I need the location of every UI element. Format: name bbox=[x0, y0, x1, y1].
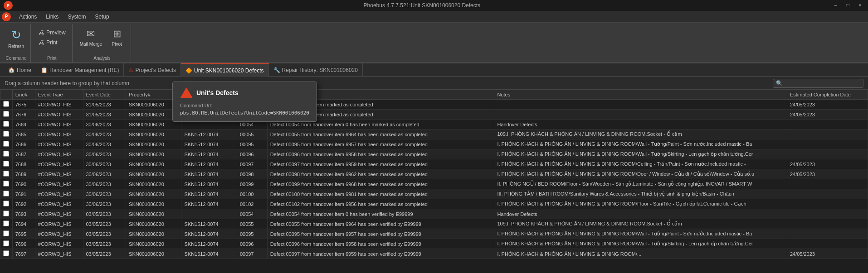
row-est-date bbox=[787, 229, 868, 239]
row-event-date: 03/05/2023 bbox=[83, 249, 126, 259]
row-checkbox[interactable] bbox=[0, 110, 13, 120]
row-code: 00102 bbox=[237, 199, 267, 209]
refresh-button[interactable]: ↻ Refresh bbox=[5, 26, 27, 51]
row-notes: I. PHÒNG KHÁCH & PHÒNG ĂN / LINVING & DI… bbox=[494, 159, 787, 169]
row-notes: I. PHÒNG KHÁCH & PHÒNG ĂN / LINVING & DI… bbox=[494, 169, 787, 179]
search-input[interactable] bbox=[785, 81, 857, 86]
breadcrumb-repair-history[interactable]: 🔧 Repair History: SKN001006020 bbox=[269, 63, 363, 77]
row-code: 00096 bbox=[237, 239, 267, 249]
breadcrumb-unit-defects[interactable]: 🔶 Unit SKN001006020 Defects bbox=[181, 63, 268, 77]
ribbon-group-analysis: ✉ Mail Merge ⊞ Pivot Analysis bbox=[73, 24, 131, 62]
row-property: SKN001006020 bbox=[126, 159, 181, 169]
breadcrumb-projects-defects[interactable]: ⚠ Project's Defects bbox=[124, 63, 181, 77]
table-row[interactable]: 7685 #CORWO_HIS 30/06/2023 SKN001006020 … bbox=[0, 129, 868, 139]
row-event-date: 30/06/2023 bbox=[83, 179, 126, 189]
row-event-date: 30/06/2023 bbox=[83, 129, 126, 139]
row-checkbox[interactable] bbox=[0, 179, 13, 189]
row-checkbox[interactable] bbox=[0, 169, 13, 179]
row-checkbox[interactable] bbox=[0, 239, 13, 249]
breadcrumb-bar: 🏠 Home 📋 Handover Management (RE) ⚠ Proj… bbox=[0, 63, 868, 77]
table-row[interactable]: 7694 #CORWO_HIS 03/05/2023 SKN001006020 … bbox=[0, 219, 868, 229]
row-event-type: #CORWO_HIS bbox=[35, 139, 83, 149]
main-content: Drag a column header here to group by th… bbox=[0, 77, 868, 273]
row-description: Defect 00100 from handover item 6981 has… bbox=[267, 189, 494, 199]
close-button[interactable]: × bbox=[856, 2, 864, 9]
ribbon-analysis-buttons: ✉ Mail Merge ⊞ Pivot bbox=[77, 24, 127, 54]
breadcrumb-home[interactable]: 🏠 Home bbox=[4, 63, 36, 77]
row-checkbox[interactable] bbox=[0, 129, 13, 139]
maximize-button[interactable]: □ bbox=[844, 2, 852, 9]
breadcrumb-repair-label: Repair History: SKN001006020 bbox=[282, 67, 358, 73]
table-row[interactable]: 7676 #CORWO_HIS 31/05/2023 SKN001006020 … bbox=[0, 110, 868, 120]
row-property: SKN001006020 bbox=[126, 179, 181, 189]
pivot-button[interactable]: ⊞ Pivot bbox=[107, 26, 127, 48]
row-checkbox[interactable] bbox=[0, 100, 13, 110]
preview-button[interactable]: 🖨 Preview bbox=[35, 28, 68, 37]
row-checkbox[interactable] bbox=[0, 120, 13, 129]
mail-merge-icon: ✉ bbox=[87, 28, 95, 40]
row-checkbox[interactable] bbox=[0, 249, 13, 259]
row-line: 7696 bbox=[12, 239, 35, 249]
row-checkbox[interactable] bbox=[0, 209, 13, 219]
refresh-label: Refresh bbox=[8, 44, 24, 49]
ribbon-group-command: ↻ Refresh Command bbox=[2, 24, 31, 62]
row-est-date bbox=[787, 219, 868, 229]
row-checkbox[interactable] bbox=[0, 149, 13, 159]
row-event-date: 03/05/2023 bbox=[83, 209, 126, 219]
breadcrumb-handover[interactable]: 📋 Handover Management (RE) bbox=[36, 63, 124, 77]
mail-merge-button[interactable]: ✉ Mail Merge bbox=[77, 26, 105, 48]
table-row[interactable]: 7684 #CORWO_HIS 30/06/2023 SKN001006020 … bbox=[0, 120, 868, 129]
table-row[interactable]: 7691 #CORWO_HIS 30/06/2023 SKN001006020 … bbox=[0, 189, 868, 199]
menu-item-actions[interactable]: Actions bbox=[15, 12, 41, 22]
table-row[interactable]: 7695 #CORWO_HIS 03/05/2023 SKN001006020 … bbox=[0, 229, 868, 239]
row-event-type: #CORWO_HIS bbox=[35, 120, 83, 129]
row-property: SKN001006020 bbox=[126, 249, 181, 259]
unit-defects-icon: 🔶 bbox=[185, 67, 192, 74]
row-est-date bbox=[787, 129, 868, 139]
menu-item-links[interactable]: Links bbox=[41, 12, 63, 22]
print-button[interactable]: 🖨 Print bbox=[35, 38, 68, 47]
row-code: 00095 bbox=[237, 229, 267, 239]
search-box[interactable]: 🔍 bbox=[773, 79, 863, 88]
row-notes: I. PHÒNG KHÁCH & PHÒNG ĂN / LINVING & DI… bbox=[494, 149, 787, 159]
row-notes: 109.I. PHÒNG KHÁCH & PHÒNG ĂN / LINVING … bbox=[494, 129, 787, 139]
col-event-type: Event Type bbox=[35, 90, 83, 100]
row-property: SKN001006020 bbox=[126, 209, 181, 219]
row-est-date: 24/05/2023 bbox=[787, 110, 868, 120]
row-checkbox[interactable] bbox=[0, 219, 13, 229]
table-row[interactable]: 7688 #CORWO_HIS 30/06/2023 SKN001006020 … bbox=[0, 159, 868, 169]
table-row[interactable]: 7696 #CORWO_HIS 03/05/2023 SKN001006020 … bbox=[0, 239, 868, 249]
row-event-type: #CORWO_HIS bbox=[35, 199, 83, 209]
unit-defects-popup[interactable]: Unit's Defects Command Url: pbs.BO.RE.Un… bbox=[172, 81, 317, 122]
row-checkbox[interactable] bbox=[0, 229, 13, 239]
row-checkbox[interactable] bbox=[0, 189, 13, 199]
row-line: 7697 bbox=[12, 249, 35, 259]
row-checkbox[interactable] bbox=[0, 139, 13, 149]
row-event-type: #CORWO_HIS bbox=[35, 189, 83, 199]
print-label: Print bbox=[46, 39, 58, 46]
breadcrumb-projects-label: Project's Defects bbox=[135, 67, 176, 73]
table-row[interactable]: 7693 #CORWO_HIS 03/05/2023 SKN001006020 … bbox=[0, 209, 868, 219]
table-row[interactable]: 7689 #CORWO_HIS 30/06/2023 SKN001006020 … bbox=[0, 169, 868, 179]
table-row[interactable]: 7675 #CORWO_HIS 31/05/2023 SKN001006020 … bbox=[0, 100, 868, 110]
table-row[interactable]: 7686 #CORWO_HIS 30/06/2023 SKN001006020 … bbox=[0, 139, 868, 149]
row-est-date bbox=[787, 179, 868, 189]
table-row[interactable]: 7697 #CORWO_HIS 03/05/2023 SKN001006020 … bbox=[0, 249, 868, 259]
table-container: Line# Event Type Event Date Property# Co… bbox=[0, 90, 868, 273]
row-event-date: 30/06/2023 bbox=[83, 169, 126, 179]
table-row[interactable]: 7690 #CORWO_HIS 30/06/2023 SKN001006020 … bbox=[0, 179, 868, 189]
table-row[interactable]: 7692 #CORWO_HIS 30/06/2023 SKN001006020 … bbox=[0, 199, 868, 209]
minimize-button[interactable]: − bbox=[831, 2, 840, 9]
row-code: 00098 bbox=[237, 169, 267, 179]
menu-item-setup[interactable]: Setup bbox=[90, 12, 113, 22]
row-checkbox[interactable] bbox=[0, 199, 13, 209]
row-description: Defect 00095 from handover item 6957 has… bbox=[267, 229, 494, 239]
row-property: SKN001006020 bbox=[126, 189, 181, 199]
row-event-type: #CORWO_HIS bbox=[35, 169, 83, 179]
row-checkbox[interactable] bbox=[0, 159, 13, 169]
row-code: 00055 bbox=[237, 219, 267, 229]
table-row[interactable]: 7687 #CORWO_HIS 30/06/2023 SKN001006020 … bbox=[0, 149, 868, 159]
menu-item-system[interactable]: System bbox=[63, 12, 90, 22]
row-contract: SKN1512-0074 bbox=[181, 249, 237, 259]
table-body: 7675 #CORWO_HIS 31/05/2023 SKN001006020 … bbox=[0, 100, 868, 259]
